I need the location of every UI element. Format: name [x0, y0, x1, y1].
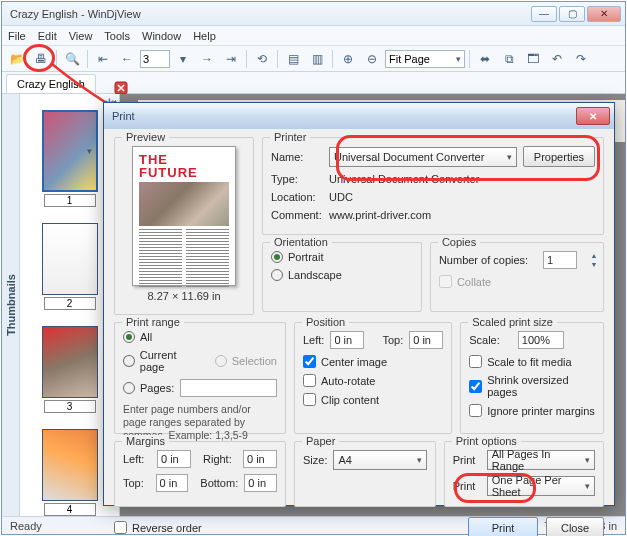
fit-page-icon[interactable]: ⧉ [498, 49, 520, 69]
auto-rotate-checkbox[interactable] [303, 374, 316, 387]
first-page-icon[interactable]: ⇤ [92, 49, 114, 69]
open-icon[interactable]: 📂 [6, 49, 28, 69]
pos-top-label: Top: [382, 334, 403, 346]
copies-group: Copies Number of copies:1▲▼ Collate [430, 242, 604, 312]
rotate-right-icon[interactable]: ↷ [570, 49, 592, 69]
document-tab[interactable]: Crazy English [6, 74, 96, 93]
page-number-input[interactable] [140, 50, 170, 68]
thumbnail[interactable]: 2 [42, 223, 98, 310]
group-legend: Copies [438, 236, 480, 248]
minimize-button[interactable]: — [531, 6, 557, 22]
dialog-close-button[interactable]: ✕ [576, 107, 610, 125]
reverse-order-checkbox[interactable] [114, 521, 127, 534]
fit-width-icon[interactable]: ⬌ [474, 49, 496, 69]
pos-top-input[interactable]: 0 in [409, 331, 443, 349]
orientation-portrait-radio[interactable]: Portrait [271, 251, 413, 263]
opt2-label: Print [453, 480, 481, 492]
group-legend: Margins [122, 435, 169, 447]
last-page-icon[interactable]: ⇥ [220, 49, 242, 69]
prev-page-icon[interactable]: ← [116, 49, 138, 69]
actual-size-icon[interactable]: 🗔 [522, 49, 544, 69]
position-group: Position Left:0 inTop:0 in Center image … [294, 322, 452, 434]
print-icon[interactable]: 🖶 [30, 49, 52, 69]
thumbnail[interactable]: 3 [42, 326, 98, 413]
properties-button[interactable]: Properties [523, 146, 595, 167]
group-legend: Scaled print size [468, 316, 557, 328]
range-pages-radio[interactable]: Pages: [123, 382, 174, 394]
maximize-button[interactable]: ▢ [559, 6, 585, 22]
m-top-label: Top: [123, 477, 150, 489]
zoom-value: Fit Page [389, 53, 430, 65]
pos-left-label: Left: [303, 334, 324, 346]
thumbnail[interactable]: 4 [42, 429, 98, 516]
menu-view[interactable]: View [69, 30, 93, 42]
preview-page: THE FUTURE [132, 146, 236, 286]
opt1-label: Print [453, 454, 481, 466]
dialog-title: Print [112, 110, 576, 122]
preview-group: Preview THE FUTURE 8.27 × 11.69 in [114, 137, 254, 315]
m-top-input[interactable]: 0 in [156, 474, 189, 492]
group-legend: Print range [122, 316, 184, 328]
thumb-num: 2 [44, 297, 96, 310]
nav-back-icon[interactable]: ⟲ [251, 49, 273, 69]
m-bottom-input[interactable]: 0 in [244, 474, 277, 492]
printer-name-select[interactable]: Universal Document Converter [329, 147, 517, 167]
sidebar-tab-thumbnails[interactable]: Thumbnails [2, 94, 20, 516]
menu-edit[interactable]: Edit [38, 30, 57, 42]
spin-down-icon[interactable]: ▼ [583, 260, 605, 269]
titlebar: Crazy English - WinDjView — ▢ ✕ [2, 2, 625, 26]
opt-pagespersheet-select[interactable]: One Page Per Sheet [487, 476, 595, 496]
page-dropdown-icon[interactable]: ▾ [172, 49, 194, 69]
spin-up-icon[interactable]: ▲ [583, 251, 605, 260]
shrink-oversized-checkbox[interactable] [469, 380, 482, 393]
group-legend: Paper [302, 435, 339, 447]
scale-input[interactable]: 100% [518, 331, 564, 349]
menu-file[interactable]: File [8, 30, 26, 42]
fit-media-checkbox[interactable] [469, 355, 482, 368]
layout-facing-icon[interactable]: ▥ [306, 49, 328, 69]
m-right-input[interactable]: 0 in [243, 450, 277, 468]
range-all-radio[interactable]: All [123, 331, 277, 343]
orientation-group: Orientation Portrait Landscape [262, 242, 422, 312]
print-button[interactable]: Print [468, 517, 538, 536]
menu-window[interactable]: Window [142, 30, 181, 42]
center-image-checkbox[interactable] [303, 355, 316, 368]
close-button[interactable]: ✕ [587, 6, 621, 22]
zoom-in-icon[interactable]: ⊕ [337, 49, 359, 69]
next-page-icon[interactable]: → [196, 49, 218, 69]
reverse-order-checkbox-row: Reverse order [114, 521, 202, 534]
thumb-num: 3 [44, 400, 96, 413]
tab-label: Crazy English [17, 78, 85, 90]
tab-close-icon[interactable] [114, 81, 128, 95]
rotate-left-icon[interactable]: ↶ [546, 49, 568, 69]
print-dialog: Print ✕ Preview THE FUTURE 8.27 × 11.69 … [103, 102, 615, 506]
type-value: Universal Document Converter [329, 173, 479, 185]
m-right-label: Right: [203, 453, 237, 465]
layout-continuous-icon[interactable]: ▤ [282, 49, 304, 69]
orientation-landscape-radio[interactable]: Landscape [271, 269, 413, 281]
find-icon[interactable]: 🔍 [61, 49, 83, 69]
separator [246, 50, 247, 68]
separator [87, 50, 88, 68]
zoom-out-icon[interactable]: ⊖ [361, 49, 383, 69]
m-left-input[interactable]: 0 in [157, 450, 191, 468]
range-pages-input[interactable] [180, 379, 277, 397]
close-dialog-button[interactable]: Close [546, 517, 604, 536]
scale-label: Scale: [469, 334, 500, 346]
range-current-radio[interactable]: Current page [123, 349, 203, 373]
printer-group: Printer Name: Universal Document Convert… [262, 137, 604, 235]
menu-help[interactable]: Help [193, 30, 216, 42]
clip-content-checkbox[interactable] [303, 393, 316, 406]
m-bottom-label: Bottom: [200, 477, 238, 489]
pos-left-input[interactable]: 0 in [330, 331, 364, 349]
copies-input[interactable]: 1 [543, 251, 577, 269]
paper-size-select[interactable]: A4 [333, 450, 426, 470]
ignore-margins-checkbox[interactable] [469, 404, 482, 417]
zoom-select[interactable]: Fit Page [385, 50, 465, 68]
print-range-group: Print range All Current page Selection P… [114, 322, 286, 434]
menu-tools[interactable]: Tools [104, 30, 130, 42]
collate-checkbox [439, 275, 452, 288]
thumbnail[interactable]: 1 [42, 110, 98, 207]
opt-pagesinrange-select[interactable]: All Pages In Range [487, 450, 595, 470]
paper-group: Paper Size:A4 [294, 441, 436, 507]
